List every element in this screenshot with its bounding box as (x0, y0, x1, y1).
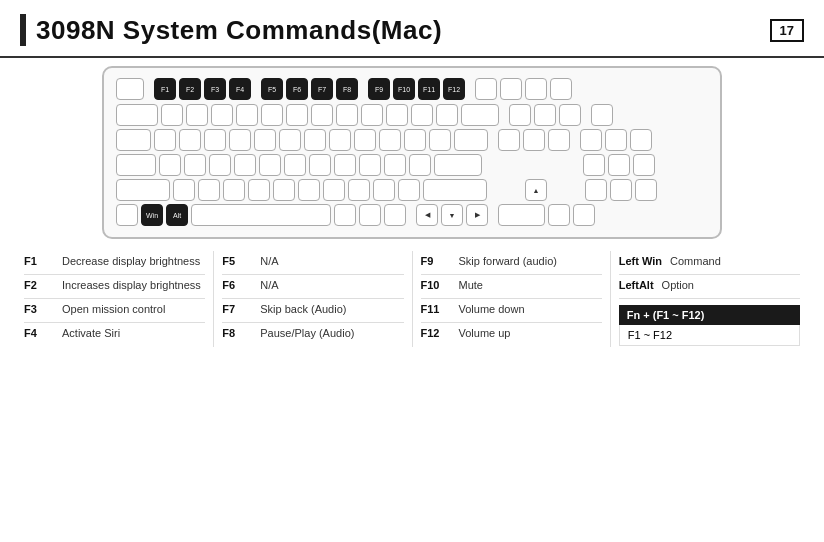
cmd-row-f3: F3 Open mission control (24, 299, 205, 323)
key-pause (525, 78, 547, 100)
key-prtsc (475, 78, 497, 100)
key-f7: F7 (311, 78, 333, 100)
cmd-col-3: F9 Skip forward (audio) F10 Mute F11 Vol… (421, 251, 602, 347)
cmd-key-f9: F9 (421, 255, 451, 267)
cmd-row-f9: F9 Skip forward (audio) (421, 251, 602, 275)
key-ins (509, 104, 531, 126)
key-minus (411, 104, 433, 126)
cmd-row-f1: F1 Decrease display brightness (24, 251, 205, 275)
key-num5 (608, 154, 630, 176)
key-v (248, 179, 270, 201)
key-lshift (116, 179, 170, 201)
cmd-desc-f5: N/A (260, 255, 278, 267)
key-backspace (461, 104, 499, 126)
cmd-key-leftalt: LeftAlt (619, 279, 654, 291)
cmd-row-f2: F2 Increases display brightness (24, 275, 205, 299)
key-num7 (580, 129, 602, 151)
key-rshift (423, 179, 487, 201)
key-row-fn: F1 F2 F3 F4 F5 F6 F7 F8 F9 F10 F11 F12 (116, 78, 708, 100)
key-num0 (498, 204, 545, 226)
key-numlk (591, 104, 613, 126)
cmd-key-f10: F10 (421, 279, 451, 291)
key-j (309, 154, 331, 176)
cmd-key-f12: F12 (421, 327, 451, 339)
key-2 (186, 104, 208, 126)
key-e (204, 129, 226, 151)
key-i (329, 129, 351, 151)
cmd-row-f5: F5 N/A (222, 251, 403, 275)
key-enter (434, 154, 482, 176)
cmd-key-f8: F8 (222, 327, 252, 339)
key-slash (398, 179, 420, 201)
key-num6 (633, 154, 655, 176)
key-z (173, 179, 195, 201)
key-num1 (585, 179, 607, 201)
key-num4 (583, 154, 605, 176)
key-pgdn (548, 129, 570, 151)
cmd-row-f11: F11 Volume down (421, 299, 602, 323)
cmd-desc-f10: Mute (459, 279, 483, 291)
cmd-row-leftwin: Left Win Command (619, 251, 800, 275)
cmd-fn-plain: F1 ~ F12 (619, 325, 800, 346)
cmd-row-leftalt: LeftAlt Option (619, 275, 800, 299)
key-rbracket (429, 129, 451, 151)
key-f1: F1 (154, 78, 176, 100)
key-t (254, 129, 276, 151)
cmd-row-f7: F7 Skip back (Audio) (222, 299, 403, 323)
key-extra1 (550, 78, 572, 100)
keyboard-area: F1 F2 F3 F4 F5 F6 F7 F8 F9 F10 F11 F12 (0, 66, 824, 239)
cmd-col-1: F1 Decrease display brightness F2 Increa… (24, 251, 205, 347)
key-3 (211, 104, 233, 126)
key-rctrl (384, 204, 406, 226)
key-numenter (573, 204, 595, 226)
header-bar-icon (20, 14, 26, 46)
col-separator-2 (412, 251, 413, 347)
cmd-desc-leftwin: Command (670, 255, 721, 267)
cmd-desc-f12: Volume up (459, 327, 511, 339)
key-numdot (548, 204, 570, 226)
key-scrlk (500, 78, 522, 100)
key-fn (359, 204, 381, 226)
key-row-qwerty (116, 129, 708, 151)
key-f (234, 154, 256, 176)
cmd-row-f8: F8 Pause/Play (Audio) (222, 323, 403, 347)
cmd-key-f6: F6 (222, 279, 252, 291)
key-lbracket (404, 129, 426, 151)
header-title-row: 3098N System Commands(Mac) (20, 14, 442, 46)
key-quote (409, 154, 431, 176)
cmd-fn-highlight: Fn + (F1 ~ F12) (619, 305, 800, 325)
cmd-key-f4: F4 (24, 327, 54, 339)
key-5 (261, 104, 283, 126)
key-backslash (454, 129, 488, 151)
key-9 (361, 104, 383, 126)
key-o (354, 129, 376, 151)
key-q (154, 129, 176, 151)
key-a (159, 154, 181, 176)
key-num2 (610, 179, 632, 201)
key-num8 (605, 129, 627, 151)
key-row-bottom: Win Alt ◀ ▼ ▶ (116, 204, 708, 226)
key-h (284, 154, 306, 176)
key-del (498, 129, 520, 151)
key-b (273, 179, 295, 201)
key-comma (348, 179, 370, 201)
cmd-desc-f6: N/A (260, 279, 278, 291)
command-table: F1 Decrease display brightness F2 Increa… (0, 251, 824, 347)
page-title: 3098N System Commands(Mac) (36, 15, 442, 46)
cmd-row-f6: F6 N/A (222, 275, 403, 299)
key-y (279, 129, 301, 151)
cmd-desc-f2: Increases display brightness (62, 279, 201, 291)
cmd-desc-f9: Skip forward (audio) (459, 255, 557, 267)
cmd-desc-leftalt: Option (662, 279, 694, 291)
col-separator-1 (213, 251, 214, 347)
cmd-key-f5: F5 (222, 255, 252, 267)
key-leftarrow: ◀ (416, 204, 438, 226)
key-8 (336, 104, 358, 126)
key-f2: F2 (179, 78, 201, 100)
key-pgup (559, 104, 581, 126)
key-num3 (635, 179, 657, 201)
key-f10: F10 (393, 78, 415, 100)
key-home (534, 104, 556, 126)
cmd-key-f3: F3 (24, 303, 54, 315)
key-m (323, 179, 345, 201)
